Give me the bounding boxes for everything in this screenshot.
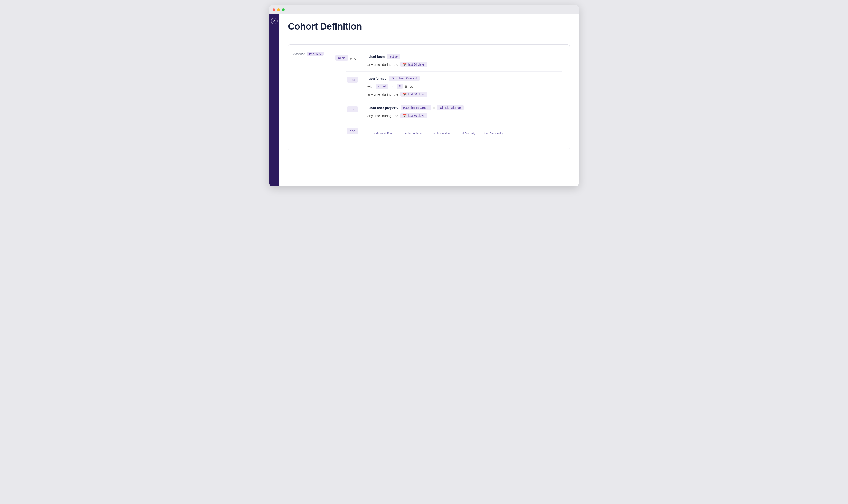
rule-connector-2: also <box>346 76 362 83</box>
connector-tag-users[interactable]: Users <box>335 55 348 61</box>
status-label: Status: <box>294 52 305 56</box>
performed-text: ...performed <box>367 76 387 80</box>
tab-performed-event[interactable]: ...performed Event <box>367 130 397 137</box>
rule-content-3: ...had user property Experiment Group = … <box>362 105 563 118</box>
during-text-3: during <box>382 114 392 118</box>
the-text-1: the <box>394 63 398 67</box>
status-row: Status: DYNAMIC <box>294 52 333 56</box>
equals-text: = <box>433 106 435 110</box>
connector-tag-also-1[interactable]: also <box>347 77 358 83</box>
sidebar: A <box>270 14 279 186</box>
any-time-text-1: any time <box>367 63 380 67</box>
cohort-sidebar-panel: Status: DYNAMIC <box>288 44 339 150</box>
experiment-group-tag[interactable]: Experiment Group <box>401 105 431 110</box>
times-text: times <box>405 85 413 88</box>
count-tag[interactable]: count <box>376 84 388 89</box>
tab-had-propensity[interactable]: ...had Propensity <box>478 130 506 137</box>
maximize-button[interactable] <box>282 8 285 11</box>
during-text-1: during <box>382 63 392 67</box>
during-text-2: during <box>382 92 392 96</box>
had-user-property-text: ...had user property <box>367 106 398 110</box>
titlebar <box>270 5 578 14</box>
rule-block-1: Users who ...had been active any t <box>346 50 563 72</box>
minimize-button[interactable] <box>277 8 280 11</box>
rule-connector-4: also <box>346 127 362 134</box>
rule-line-2-3: any time during the 📅 last 30 days <box>367 92 563 97</box>
any-time-text-2: any time <box>367 92 380 96</box>
rule-block-2: also ...performed Download Content with <box>346 72 563 101</box>
rule-content-2: ...performed Download Content with count… <box>362 76 563 97</box>
download-content-tag[interactable]: Download Content <box>389 76 420 81</box>
tab-had-property[interactable]: ...had Property <box>453 130 478 137</box>
calendar-icon-1: 📅 <box>403 63 406 66</box>
number-3-tag[interactable]: 3 <box>397 84 403 89</box>
last-30-days-tag-3[interactable]: 📅 last 30 days <box>400 113 427 118</box>
app-window: A Cohort Definition Status: DYNAMIC <box>270 5 578 186</box>
rule-block-4: also ...performed Event ...had been Acti… <box>346 123 563 145</box>
had-been-text: ...had been <box>367 55 385 58</box>
rule-line-1-1: ...had been active <box>367 54 563 59</box>
tab-had-been-active[interactable]: ...had been Active <box>397 130 426 137</box>
close-button[interactable] <box>273 8 275 11</box>
page-body: Status: DYNAMIC Users who <box>279 37 578 186</box>
rule-line-3-2: any time during the 📅 last 30 days <box>367 113 563 118</box>
rule-connector-1: Users who <box>346 54 362 61</box>
active-tag[interactable]: active <box>387 54 400 59</box>
gte-text: >= <box>391 85 395 88</box>
rule-line-3-1: ...had user property Experiment Group = … <box>367 105 563 110</box>
rule-line-1-2: any time during the 📅 last 30 days <box>367 62 563 67</box>
main-content: Cohort Definition Status: DYNAMIC <box>279 14 578 186</box>
any-time-text-3: any time <box>367 114 380 118</box>
status-badge: DYNAMIC <box>307 52 324 56</box>
rule-content-4: ...performed Event ...had been Active ..… <box>362 127 563 137</box>
connector-text-who: who <box>348 55 358 60</box>
connector-tag-also-2[interactable]: also <box>347 106 358 112</box>
app-body: A Cohort Definition Status: DYNAMIC <box>270 14 578 186</box>
calendar-icon-3: 📅 <box>403 114 406 118</box>
with-text: with <box>367 85 374 88</box>
connector-tag-also-3[interactable]: also <box>347 128 358 134</box>
page-header: Cohort Definition <box>279 14 578 37</box>
the-text-3: the <box>394 114 398 118</box>
page-title: Cohort Definition <box>288 21 570 32</box>
avatar[interactable]: A <box>271 18 278 24</box>
rule-line-2-1: ...performed Download Content <box>367 76 563 81</box>
rule-content-1: ...had been active any time during the 📅 <box>362 54 563 67</box>
bottom-tabs: ...performed Event ...had been Active ..… <box>367 127 563 137</box>
simple-signup-tag[interactable]: Simple_Signup <box>437 105 463 110</box>
tab-had-been-new[interactable]: ...had been New <box>426 130 453 137</box>
calendar-icon-2: 📅 <box>403 93 406 96</box>
rule-block-3: also ...had user property Experiment Gro… <box>346 101 563 123</box>
cohort-card: Status: DYNAMIC Users who <box>288 44 570 150</box>
last-30-days-tag-2[interactable]: 📅 last 30 days <box>400 92 427 97</box>
cohort-rules: Users who ...had been active any t <box>339 44 570 150</box>
rule-connector-3: also <box>346 105 362 112</box>
last-30-days-tag-1[interactable]: 📅 last 30 days <box>400 62 427 67</box>
rule-line-2-2: with count >= 3 times <box>367 84 563 89</box>
the-text-2: the <box>394 92 398 96</box>
